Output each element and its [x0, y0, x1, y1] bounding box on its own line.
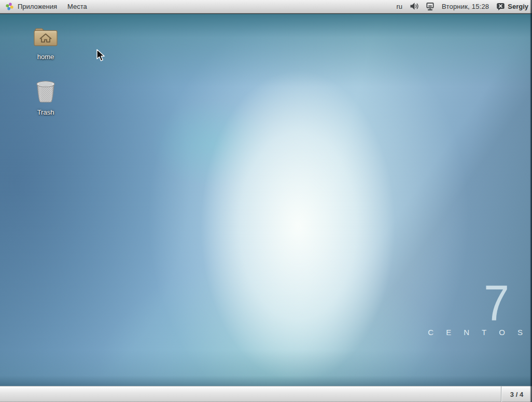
desktop-screen: Приложения Места ru [0, 0, 532, 402]
window-list[interactable] [0, 386, 501, 402]
desktop-icon-label: home [37, 53, 54, 61]
keyboard-layout-label: ru [396, 3, 402, 10]
trash-icon [34, 78, 58, 106]
screen-sharing-icon [426, 2, 435, 11]
workspace-switcher[interactable]: 3 / 4 [501, 386, 532, 402]
top-panel-left: Приложения Места [0, 0, 92, 13]
clock[interactable]: Вторник, 15:28 [438, 0, 493, 13]
top-panel-right: ru [393, 0, 532, 13]
bottom-panel: 3 / 4 [0, 386, 532, 402]
centos-version-number: 7 [436, 281, 523, 325]
chat-status-offline-icon [496, 2, 505, 11]
user-menu[interactable]: Sergiy [493, 0, 532, 13]
workspace-indicator-label: 3 / 4 [510, 391, 523, 398]
applications-menu-label: Приложения [18, 3, 57, 10]
top-panel: Приложения Места ru [0, 0, 532, 13]
volume-icon [410, 2, 418, 11]
desktop-wallpaper[interactable]: home [0, 14, 532, 386]
applications-menu[interactable]: Приложения [0, 0, 62, 13]
centos-brand-text: C E N T O S [428, 328, 528, 337]
desktop-icon-home[interactable]: home [21, 25, 71, 61]
centos-logo-icon [5, 2, 14, 11]
keyboard-layout-indicator[interactable]: ru [393, 0, 406, 13]
screen-sharing-indicator[interactable] [422, 0, 438, 13]
desktop-icon-trash[interactable]: Trash [21, 78, 71, 116]
mouse-cursor [96, 49, 106, 64]
places-menu[interactable]: Места [62, 0, 92, 13]
home-folder-icon [32, 25, 59, 51]
centos-watermark: 7 C E N T O S [428, 281, 523, 337]
username-label: Sergiy [508, 3, 528, 10]
places-menu-label: Места [67, 3, 87, 10]
clock-label: Вторник, 15:28 [442, 3, 489, 10]
volume-control[interactable] [406, 0, 422, 13]
desktop-icon-label: Trash [37, 108, 54, 116]
